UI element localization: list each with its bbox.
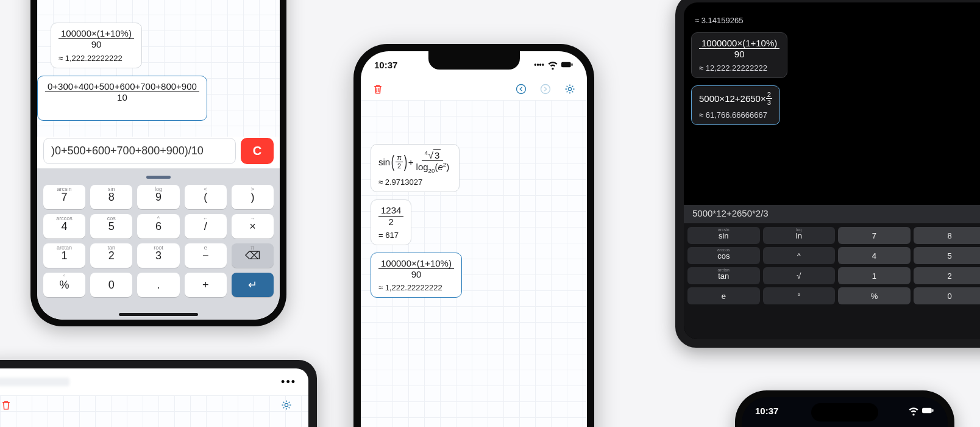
svg-rect-1 [571, 63, 572, 66]
key-↵[interactable]: ↵ [232, 273, 274, 297]
clear-button[interactable]: C [241, 138, 274, 164]
key-+[interactable]: + [185, 273, 227, 297]
notch [428, 51, 520, 70]
gear-icon[interactable] [564, 83, 576, 95]
app-toolbar: ••• [0, 368, 308, 395]
svg-rect-0 [561, 62, 571, 68]
phone-bottom-right-mockup: 10:37 [735, 390, 954, 427]
input-row: )0+500+600+700+800+900)/10 C [43, 138, 274, 164]
key-−[interactable]: e− [185, 243, 227, 268]
history-bubble[interactable]: sin( π2 ) + 4√3 log20(e2) ≈ 2.9713027 [371, 144, 460, 192]
history-area: ≈ 3.14159265 1000000×(1+10%) 90 ≈ 12,222… [691, 2, 787, 129]
key-cos[interactable]: arccoscos [687, 247, 760, 264]
key-^[interactable]: ^ [763, 247, 836, 264]
key-5[interactable]: cos5 [90, 214, 132, 239]
key-°[interactable]: ° [763, 287, 836, 304]
phone-center-screen: 10:37 •••• [361, 51, 587, 427]
history-bubble[interactable]: 100000×(1+10%) 90 ≈ 1,222.22222222 [51, 23, 142, 68]
key-1[interactable]: 1 [838, 267, 911, 284]
history-area: 100000×(1+10%) 90 ≈ 1,222.22222222 0+300… [37, 0, 280, 137]
history-bubble-selected[interactable]: 100000×(1+10%) 90 ≈ 1,222.22222222 [371, 253, 462, 298]
keypad: arcsinsinlogln789/(arccoscos^456×←arctan… [684, 223, 980, 339]
tablet-dark-screen: ≈ 3.14159265 1000000×(1+10%) 90 ≈ 12,222… [684, 2, 980, 339]
svg-point-2 [517, 85, 526, 94]
phone-left-screen: 100000×(1+10%) 90 ≈ 1,222.22222222 0+300… [37, 0, 280, 320]
status-time: 10:37 [374, 60, 397, 70]
signal-icon: •••• [534, 60, 544, 69]
key-([interactable]: <( [185, 185, 227, 209]
key-2[interactable]: tan2 [90, 243, 132, 268]
key-%[interactable]: °% [43, 273, 85, 297]
history-bubble-selected[interactable]: 0+300+400+500+600+700+800+900 10 [37, 76, 207, 121]
key-4[interactable]: 4 [838, 247, 911, 264]
key-e[interactable]: e [687, 287, 760, 304]
gear-icon[interactable] [280, 399, 293, 411]
trash-icon[interactable] [372, 83, 384, 95]
status-time: 10:37 [755, 406, 778, 416]
key-5[interactable]: 5 [914, 247, 980, 264]
key-2[interactable]: 2 [914, 267, 980, 284]
more-icon[interactable]: ••• [281, 376, 296, 389]
history-bubble-selected[interactable]: 5000×12+2650× 23 ≈ 61,766.66666667 [691, 85, 780, 125]
tablet-dark-mockup: ≈ 3.14159265 1000000×(1+10%) 90 ≈ 12,222… [675, 0, 980, 348]
key-)[interactable]: >) [232, 185, 274, 209]
tablet-light-mockup: ••• [0, 360, 317, 427]
wifi-icon [547, 59, 559, 71]
history-bubble[interactable]: 1000000×(1+10%) 90 ≈ 12,222.22222222 [691, 32, 787, 78]
status-icons: •••• [534, 59, 573, 71]
phone-left-mockup: 100000×(1+10%) 90 ≈ 1,222.22222222 0+300… [30, 0, 286, 326]
key-4[interactable]: arccos4 [43, 214, 85, 239]
key-ln[interactable]: logln [763, 227, 836, 244]
key-tan[interactable]: arctantan [687, 267, 760, 284]
key-7[interactable]: 7 [838, 227, 911, 244]
key-1[interactable]: arctan1 [43, 243, 85, 268]
key-0[interactable]: 0 [90, 273, 132, 297]
keypad: arcsin7sin8log9<(>)arccos4cos5^6←/→×arct… [37, 168, 280, 320]
key-×[interactable]: →× [232, 214, 274, 239]
key-%[interactable]: % [838, 287, 911, 304]
phone-br-screen: 10:37 [742, 397, 948, 427]
keyboard-handle[interactable] [146, 176, 171, 179]
svg-point-3 [541, 85, 550, 94]
app-toolbar [361, 78, 587, 100]
svg-rect-7 [932, 409, 933, 412]
home-indicator[interactable] [119, 313, 198, 316]
dynamic-island [811, 403, 878, 422]
key-/[interactable]: ←/ [185, 214, 227, 239]
expression-input[interactable]: 5000*12+2650*2/3 [684, 205, 980, 223]
key-9[interactable]: log9 [137, 185, 179, 209]
key-⌫[interactable]: π⌫ [232, 243, 274, 268]
svg-point-5 [285, 403, 288, 406]
tablet-light-screen: ••• [0, 368, 308, 427]
redo-icon[interactable] [539, 83, 552, 95]
key-0[interactable]: 0 [914, 287, 980, 304]
key-7[interactable]: arcsin7 [43, 185, 85, 209]
expression-input[interactable]: )0+500+600+700+800+900)/10 [43, 138, 236, 164]
wifi-icon [907, 404, 920, 417]
phone-center-mockup: 10:37 •••• [353, 44, 594, 427]
undo-icon[interactable] [515, 83, 527, 95]
battery-icon [561, 59, 573, 71]
key-3[interactable]: root3 [137, 243, 179, 268]
key-.[interactable]: . [137, 273, 179, 297]
trash-icon[interactable] [0, 399, 12, 411]
key-8[interactable]: 8 [914, 227, 980, 244]
battery-icon [922, 404, 934, 417]
key-√[interactable]: √ [763, 267, 836, 284]
key-8[interactable]: sin8 [90, 185, 132, 209]
svg-point-4 [568, 87, 571, 90]
key-sin[interactable]: arcsinsin [687, 227, 760, 244]
svg-rect-6 [922, 408, 932, 414]
history-result: ≈ 3.14159265 [695, 16, 787, 25]
blurred-text [0, 378, 69, 386]
key-6[interactable]: ^6 [137, 214, 179, 239]
history-bubble[interactable]: 1234 2 = 617 [371, 199, 411, 245]
history-area: sin( π2 ) + 4√3 log20(e2) ≈ 2.9713027 12… [361, 100, 587, 427]
